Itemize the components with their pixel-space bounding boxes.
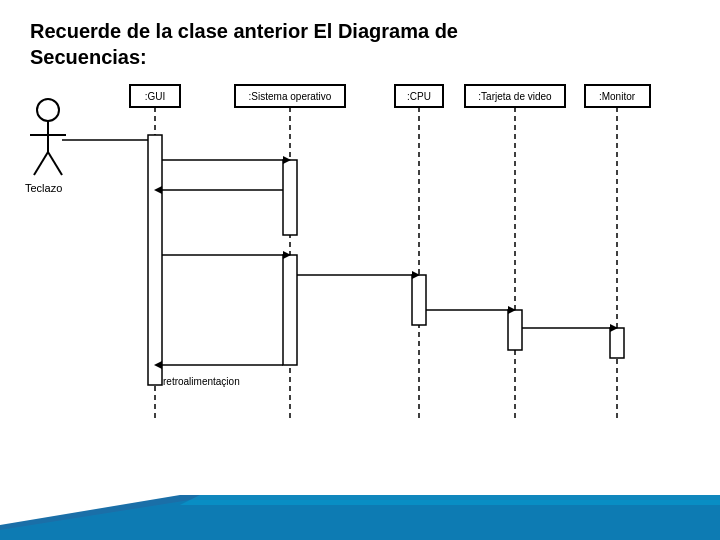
cpu-label: :CPU (407, 91, 431, 102)
title-line1: Recuerde de la clase anterior El Diagram… (30, 20, 458, 42)
stick-figure-leg-left (34, 152, 48, 175)
stick-figure-head (37, 99, 59, 121)
sistema-label: :Sistema operativo (249, 91, 332, 102)
svg-marker-1 (0, 500, 720, 540)
bottom-bar (0, 495, 720, 540)
title-line2: Secuencias: (30, 46, 147, 68)
retro-label: retroalimentaçion (163, 376, 240, 387)
tarjeta-label: :Tarjeta de video (478, 91, 552, 102)
cpu-activation (412, 275, 426, 325)
gui-label: :GUI (145, 91, 166, 102)
bottom-bar-svg (0, 495, 720, 540)
tarjeta-activation (508, 310, 522, 350)
monitor-activation (610, 328, 624, 358)
gui-activation (148, 135, 162, 385)
page-container: Recuerde de la clase anterior El Diagram… (0, 0, 720, 540)
sequence-diagram: Teclazo :GUI :Sistema operativo :CPU :Ta… (20, 80, 700, 440)
monitor-label: :Monitor (599, 91, 636, 102)
title-area: Recuerde de la clase anterior El Diagram… (0, 0, 720, 80)
svg-marker-2 (180, 495, 720, 505)
sistema-activation-2 (283, 255, 297, 365)
stick-figure-leg-right (48, 152, 62, 175)
sistema-activation-1 (283, 160, 297, 235)
teclazo-label: Teclazo (25, 182, 62, 194)
